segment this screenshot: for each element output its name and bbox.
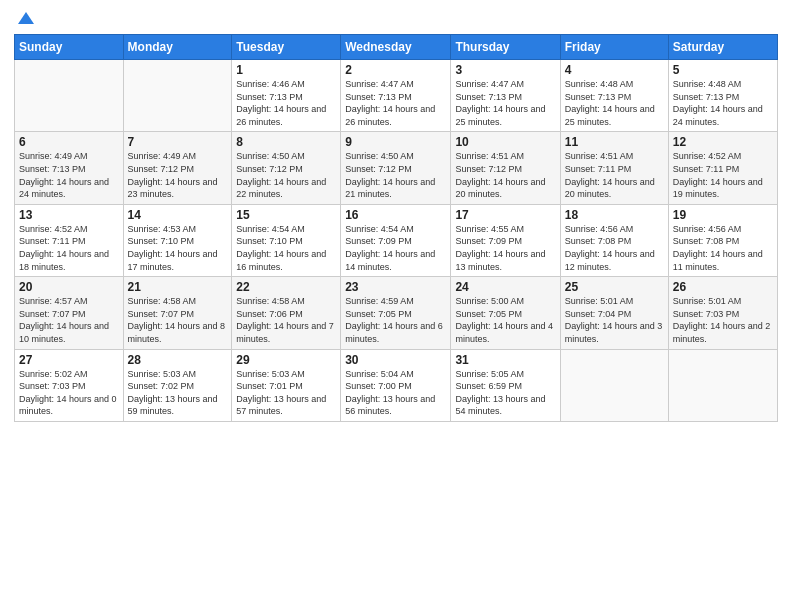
day-number: 23: [345, 280, 446, 294]
day-cell-11: 11Sunrise: 4:51 AMSunset: 7:11 PMDayligh…: [560, 132, 668, 204]
day-number: 28: [128, 353, 228, 367]
day-cell-22: 22Sunrise: 4:58 AMSunset: 7:06 PMDayligh…: [232, 277, 341, 349]
day-cell-14: 14Sunrise: 4:53 AMSunset: 7:10 PMDayligh…: [123, 204, 232, 276]
day-cell-24: 24Sunrise: 5:00 AMSunset: 7:05 PMDayligh…: [451, 277, 560, 349]
day-number: 13: [19, 208, 119, 222]
day-info: Sunrise: 4:58 AMSunset: 7:06 PMDaylight:…: [236, 295, 336, 345]
empty-cell: [15, 60, 124, 132]
day-info: Sunrise: 4:57 AMSunset: 7:07 PMDaylight:…: [19, 295, 119, 345]
day-cell-23: 23Sunrise: 4:59 AMSunset: 7:05 PMDayligh…: [341, 277, 451, 349]
day-cell-5: 5Sunrise: 4:48 AMSunset: 7:13 PMDaylight…: [668, 60, 777, 132]
day-info: Sunrise: 4:48 AMSunset: 7:13 PMDaylight:…: [565, 78, 664, 128]
day-info: Sunrise: 4:59 AMSunset: 7:05 PMDaylight:…: [345, 295, 446, 345]
week-row-1: 1Sunrise: 4:46 AMSunset: 7:13 PMDaylight…: [15, 60, 778, 132]
day-number: 6: [19, 135, 119, 149]
day-cell-21: 21Sunrise: 4:58 AMSunset: 7:07 PMDayligh…: [123, 277, 232, 349]
day-number: 8: [236, 135, 336, 149]
week-row-5: 27Sunrise: 5:02 AMSunset: 7:03 PMDayligh…: [15, 349, 778, 421]
day-cell-16: 16Sunrise: 4:54 AMSunset: 7:09 PMDayligh…: [341, 204, 451, 276]
day-cell-30: 30Sunrise: 5:04 AMSunset: 7:00 PMDayligh…: [341, 349, 451, 421]
day-info: Sunrise: 5:01 AMSunset: 7:04 PMDaylight:…: [565, 295, 664, 345]
day-cell-17: 17Sunrise: 4:55 AMSunset: 7:09 PMDayligh…: [451, 204, 560, 276]
day-number: 17: [455, 208, 555, 222]
day-info: Sunrise: 4:50 AMSunset: 7:12 PMDaylight:…: [345, 150, 446, 200]
day-number: 10: [455, 135, 555, 149]
day-info: Sunrise: 4:51 AMSunset: 7:11 PMDaylight:…: [565, 150, 664, 200]
day-number: 12: [673, 135, 773, 149]
day-cell-15: 15Sunrise: 4:54 AMSunset: 7:10 PMDayligh…: [232, 204, 341, 276]
day-cell-6: 6Sunrise: 4:49 AMSunset: 7:13 PMDaylight…: [15, 132, 124, 204]
day-info: Sunrise: 4:55 AMSunset: 7:09 PMDaylight:…: [455, 223, 555, 273]
day-cell-27: 27Sunrise: 5:02 AMSunset: 7:03 PMDayligh…: [15, 349, 124, 421]
day-cell-7: 7Sunrise: 4:49 AMSunset: 7:12 PMDaylight…: [123, 132, 232, 204]
day-info: Sunrise: 4:47 AMSunset: 7:13 PMDaylight:…: [455, 78, 555, 128]
logo: [14, 10, 36, 26]
col-header-saturday: Saturday: [668, 35, 777, 60]
day-cell-13: 13Sunrise: 4:52 AMSunset: 7:11 PMDayligh…: [15, 204, 124, 276]
day-number: 20: [19, 280, 119, 294]
day-number: 3: [455, 63, 555, 77]
day-number: 15: [236, 208, 336, 222]
day-info: Sunrise: 4:46 AMSunset: 7:13 PMDaylight:…: [236, 78, 336, 128]
day-info: Sunrise: 4:54 AMSunset: 7:10 PMDaylight:…: [236, 223, 336, 273]
day-info: Sunrise: 4:49 AMSunset: 7:13 PMDaylight:…: [19, 150, 119, 200]
day-number: 9: [345, 135, 446, 149]
svg-marker-0: [18, 12, 34, 24]
day-cell-3: 3Sunrise: 4:47 AMSunset: 7:13 PMDaylight…: [451, 60, 560, 132]
day-number: 16: [345, 208, 446, 222]
header: [14, 10, 778, 26]
day-number: 7: [128, 135, 228, 149]
col-header-sunday: Sunday: [15, 35, 124, 60]
day-info: Sunrise: 4:54 AMSunset: 7:09 PMDaylight:…: [345, 223, 446, 273]
empty-cell: [123, 60, 232, 132]
day-cell-8: 8Sunrise: 4:50 AMSunset: 7:12 PMDaylight…: [232, 132, 341, 204]
day-cell-2: 2Sunrise: 4:47 AMSunset: 7:13 PMDaylight…: [341, 60, 451, 132]
day-number: 2: [345, 63, 446, 77]
day-info: Sunrise: 5:04 AMSunset: 7:00 PMDaylight:…: [345, 368, 446, 418]
empty-cell: [668, 349, 777, 421]
day-number: 29: [236, 353, 336, 367]
col-header-monday: Monday: [123, 35, 232, 60]
day-number: 14: [128, 208, 228, 222]
day-number: 5: [673, 63, 773, 77]
day-info: Sunrise: 4:51 AMSunset: 7:12 PMDaylight:…: [455, 150, 555, 200]
day-cell-10: 10Sunrise: 4:51 AMSunset: 7:12 PMDayligh…: [451, 132, 560, 204]
day-info: Sunrise: 5:02 AMSunset: 7:03 PMDaylight:…: [19, 368, 119, 418]
day-info: Sunrise: 4:53 AMSunset: 7:10 PMDaylight:…: [128, 223, 228, 273]
day-cell-9: 9Sunrise: 4:50 AMSunset: 7:12 PMDaylight…: [341, 132, 451, 204]
day-number: 26: [673, 280, 773, 294]
day-info: Sunrise: 4:47 AMSunset: 7:13 PMDaylight:…: [345, 78, 446, 128]
day-info: Sunrise: 5:03 AMSunset: 7:01 PMDaylight:…: [236, 368, 336, 418]
logo-icon: [16, 10, 36, 30]
day-cell-26: 26Sunrise: 5:01 AMSunset: 7:03 PMDayligh…: [668, 277, 777, 349]
col-header-thursday: Thursday: [451, 35, 560, 60]
day-info: Sunrise: 4:56 AMSunset: 7:08 PMDaylight:…: [673, 223, 773, 273]
empty-cell: [560, 349, 668, 421]
day-cell-4: 4Sunrise: 4:48 AMSunset: 7:13 PMDaylight…: [560, 60, 668, 132]
day-cell-20: 20Sunrise: 4:57 AMSunset: 7:07 PMDayligh…: [15, 277, 124, 349]
calendar-table: SundayMondayTuesdayWednesdayThursdayFrid…: [14, 34, 778, 422]
day-number: 18: [565, 208, 664, 222]
day-number: 21: [128, 280, 228, 294]
day-cell-28: 28Sunrise: 5:03 AMSunset: 7:02 PMDayligh…: [123, 349, 232, 421]
calendar-page: SundayMondayTuesdayWednesdayThursdayFrid…: [0, 0, 792, 612]
day-info: Sunrise: 4:48 AMSunset: 7:13 PMDaylight:…: [673, 78, 773, 128]
day-info: Sunrise: 4:56 AMSunset: 7:08 PMDaylight:…: [565, 223, 664, 273]
day-info: Sunrise: 4:58 AMSunset: 7:07 PMDaylight:…: [128, 295, 228, 345]
day-info: Sunrise: 5:05 AMSunset: 6:59 PMDaylight:…: [455, 368, 555, 418]
day-number: 11: [565, 135, 664, 149]
day-number: 22: [236, 280, 336, 294]
day-info: Sunrise: 4:52 AMSunset: 7:11 PMDaylight:…: [673, 150, 773, 200]
day-info: Sunrise: 5:03 AMSunset: 7:02 PMDaylight:…: [128, 368, 228, 418]
day-number: 24: [455, 280, 555, 294]
day-cell-12: 12Sunrise: 4:52 AMSunset: 7:11 PMDayligh…: [668, 132, 777, 204]
day-number: 25: [565, 280, 664, 294]
calendar-header-row: SundayMondayTuesdayWednesdayThursdayFrid…: [15, 35, 778, 60]
day-info: Sunrise: 5:00 AMSunset: 7:05 PMDaylight:…: [455, 295, 555, 345]
day-cell-25: 25Sunrise: 5:01 AMSunset: 7:04 PMDayligh…: [560, 277, 668, 349]
day-cell-19: 19Sunrise: 4:56 AMSunset: 7:08 PMDayligh…: [668, 204, 777, 276]
week-row-4: 20Sunrise: 4:57 AMSunset: 7:07 PMDayligh…: [15, 277, 778, 349]
day-number: 4: [565, 63, 664, 77]
day-number: 19: [673, 208, 773, 222]
col-header-friday: Friday: [560, 35, 668, 60]
